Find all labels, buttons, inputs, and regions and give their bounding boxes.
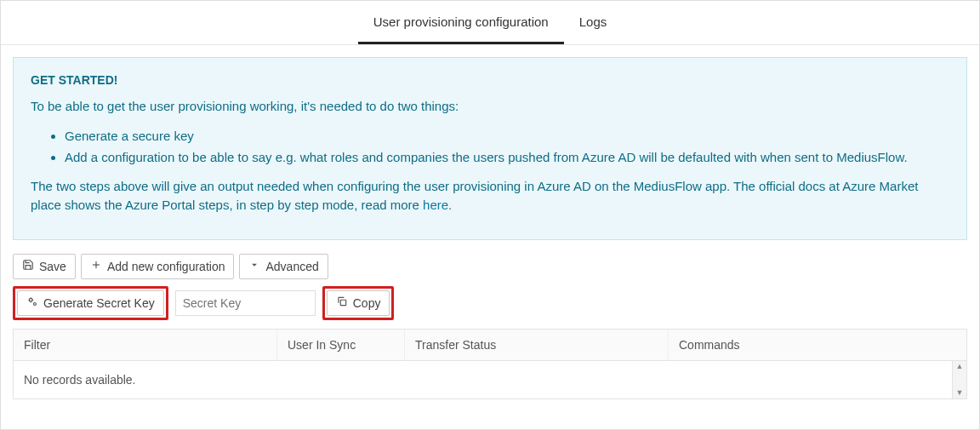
advanced-button[interactable]: Advanced bbox=[239, 254, 328, 279]
table-empty-message: No records available. bbox=[14, 361, 952, 398]
get-started-bullet-1: Generate a secure key bbox=[65, 125, 949, 147]
table-header-row: Filter User In Sync Transfer Status Comm… bbox=[14, 330, 966, 361]
config-table: Filter User In Sync Transfer Status Comm… bbox=[13, 329, 967, 399]
col-header-transfer-status[interactable]: Transfer Status bbox=[405, 330, 669, 360]
generate-secret-key-highlight: Generate Secret Key bbox=[13, 286, 168, 320]
table-body: No records available. ▲ ▼ bbox=[14, 361, 966, 399]
svg-point-3 bbox=[33, 302, 36, 305]
copy-button-label: Copy bbox=[353, 296, 381, 310]
scroll-down-icon: ▼ bbox=[956, 387, 964, 398]
advanced-button-label: Advanced bbox=[265, 260, 318, 273]
col-header-filter[interactable]: Filter bbox=[14, 330, 277, 360]
save-button[interactable]: Save bbox=[13, 254, 76, 279]
get-started-bullet-2: Add a configuration to be able to say e.… bbox=[65, 146, 949, 169]
save-icon bbox=[22, 259, 34, 273]
add-new-configuration-label: Add new configuration bbox=[107, 260, 225, 273]
tab-logs[interactable]: Logs bbox=[564, 1, 623, 44]
scroll-up-icon: ▲ bbox=[956, 361, 964, 372]
caret-down-icon bbox=[248, 259, 260, 273]
get-started-outro-text: The two steps above will give an output … bbox=[31, 179, 918, 213]
get-started-title: GET STARTED! bbox=[31, 73, 949, 87]
get-started-list: Generate a secure key Add a configuratio… bbox=[31, 125, 949, 169]
col-header-commands[interactable]: Commands bbox=[669, 330, 966, 360]
copy-highlight: Copy bbox=[322, 286, 395, 320]
get-started-panel: GET STARTED! To be able to get the user … bbox=[13, 57, 967, 240]
col-header-user-in-sync[interactable]: User In Sync bbox=[277, 330, 405, 360]
generate-secret-key-label: Generate Secret Key bbox=[43, 296, 155, 310]
plus-icon bbox=[90, 259, 102, 273]
gears-icon bbox=[26, 295, 38, 310]
tab-bar: User provisioning configuration Logs bbox=[1, 1, 979, 45]
copy-button[interactable]: Copy bbox=[327, 290, 390, 316]
get-started-intro: To be able to get the user provisioning … bbox=[31, 97, 949, 117]
content-area: GET STARTED! To be able to get the user … bbox=[1, 45, 979, 408]
page-root: User provisioning configuration Logs GET… bbox=[0, 0, 980, 430]
svg-rect-4 bbox=[340, 300, 345, 305]
get-started-outro-tail: . bbox=[448, 198, 452, 212]
read-more-link[interactable]: here bbox=[423, 198, 448, 212]
toolbar-row-1: Save Add new configuration Advanced bbox=[13, 254, 967, 279]
get-started-outro: The two steps above will give an output … bbox=[31, 177, 949, 215]
toolbar-row-2: Generate Secret Key Copy bbox=[13, 286, 967, 320]
secret-key-input[interactable] bbox=[175, 290, 316, 316]
add-new-configuration-button[interactable]: Add new configuration bbox=[81, 254, 235, 279]
generate-secret-key-button[interactable]: Generate Secret Key bbox=[17, 290, 164, 316]
copy-icon bbox=[336, 295, 348, 310]
save-button-label: Save bbox=[39, 260, 66, 273]
vertical-scrollbar[interactable]: ▲ ▼ bbox=[952, 361, 966, 398]
tab-user-provisioning-configuration[interactable]: User provisioning configuration bbox=[358, 1, 564, 44]
